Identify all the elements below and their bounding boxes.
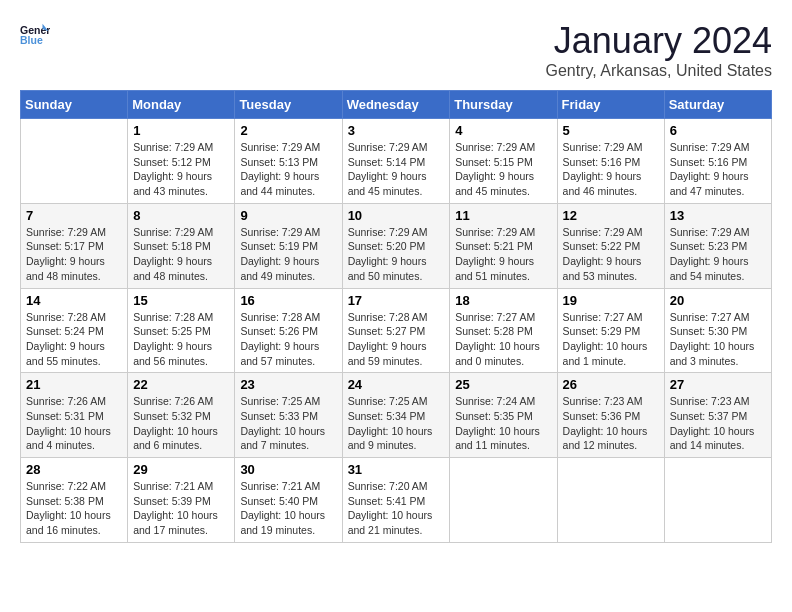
calendar-cell: 29Sunrise: 7:21 AM Sunset: 5:39 PM Dayli… — [128, 458, 235, 543]
week-row-2: 7Sunrise: 7:29 AM Sunset: 5:17 PM Daylig… — [21, 203, 772, 288]
weekday-header-saturday: Saturday — [664, 91, 771, 119]
calendar-cell: 17Sunrise: 7:28 AM Sunset: 5:27 PM Dayli… — [342, 288, 450, 373]
weekday-header-sunday: Sunday — [21, 91, 128, 119]
day-number: 6 — [670, 123, 766, 138]
day-number: 8 — [133, 208, 229, 223]
day-number: 10 — [348, 208, 445, 223]
day-number: 4 — [455, 123, 551, 138]
day-info: Sunrise: 7:28 AM Sunset: 5:24 PM Dayligh… — [26, 310, 122, 369]
day-number: 28 — [26, 462, 122, 477]
calendar-cell: 6Sunrise: 7:29 AM Sunset: 5:16 PM Daylig… — [664, 119, 771, 204]
day-number: 31 — [348, 462, 445, 477]
day-number: 13 — [670, 208, 766, 223]
day-number: 27 — [670, 377, 766, 392]
location-title: Gentry, Arkansas, United States — [546, 62, 772, 80]
day-info: Sunrise: 7:29 AM Sunset: 5:17 PM Dayligh… — [26, 225, 122, 284]
day-number: 18 — [455, 293, 551, 308]
day-number: 24 — [348, 377, 445, 392]
calendar-cell: 26Sunrise: 7:23 AM Sunset: 5:36 PM Dayli… — [557, 373, 664, 458]
calendar-cell: 9Sunrise: 7:29 AM Sunset: 5:19 PM Daylig… — [235, 203, 342, 288]
day-number: 25 — [455, 377, 551, 392]
day-number: 9 — [240, 208, 336, 223]
calendar: SundayMondayTuesdayWednesdayThursdayFrid… — [20, 90, 772, 543]
weekday-header-monday: Monday — [128, 91, 235, 119]
day-info: Sunrise: 7:29 AM Sunset: 5:16 PM Dayligh… — [670, 140, 766, 199]
day-info: Sunrise: 7:29 AM Sunset: 5:19 PM Dayligh… — [240, 225, 336, 284]
day-info: Sunrise: 7:28 AM Sunset: 5:25 PM Dayligh… — [133, 310, 229, 369]
day-number: 20 — [670, 293, 766, 308]
calendar-cell: 2Sunrise: 7:29 AM Sunset: 5:13 PM Daylig… — [235, 119, 342, 204]
day-info: Sunrise: 7:24 AM Sunset: 5:35 PM Dayligh… — [455, 394, 551, 453]
day-number: 19 — [563, 293, 659, 308]
week-row-4: 21Sunrise: 7:26 AM Sunset: 5:31 PM Dayli… — [21, 373, 772, 458]
calendar-cell: 22Sunrise: 7:26 AM Sunset: 5:32 PM Dayli… — [128, 373, 235, 458]
day-number: 3 — [348, 123, 445, 138]
header: General Blue January 2024 Gentry, Arkans… — [20, 20, 772, 80]
day-info: Sunrise: 7:23 AM Sunset: 5:36 PM Dayligh… — [563, 394, 659, 453]
calendar-cell: 7Sunrise: 7:29 AM Sunset: 5:17 PM Daylig… — [21, 203, 128, 288]
calendar-cell: 10Sunrise: 7:29 AM Sunset: 5:20 PM Dayli… — [342, 203, 450, 288]
day-info: Sunrise: 7:29 AM Sunset: 5:18 PM Dayligh… — [133, 225, 229, 284]
calendar-cell: 8Sunrise: 7:29 AM Sunset: 5:18 PM Daylig… — [128, 203, 235, 288]
day-info: Sunrise: 7:26 AM Sunset: 5:31 PM Dayligh… — [26, 394, 122, 453]
day-info: Sunrise: 7:28 AM Sunset: 5:26 PM Dayligh… — [240, 310, 336, 369]
day-number: 7 — [26, 208, 122, 223]
day-info: Sunrise: 7:29 AM Sunset: 5:15 PM Dayligh… — [455, 140, 551, 199]
day-info: Sunrise: 7:29 AM Sunset: 5:16 PM Dayligh… — [563, 140, 659, 199]
weekday-header-tuesday: Tuesday — [235, 91, 342, 119]
day-info: Sunrise: 7:27 AM Sunset: 5:29 PM Dayligh… — [563, 310, 659, 369]
day-number: 15 — [133, 293, 229, 308]
svg-text:Blue: Blue — [20, 34, 43, 46]
calendar-cell — [450, 458, 557, 543]
calendar-cell — [557, 458, 664, 543]
day-number: 22 — [133, 377, 229, 392]
calendar-cell: 28Sunrise: 7:22 AM Sunset: 5:38 PM Dayli… — [21, 458, 128, 543]
day-info: Sunrise: 7:25 AM Sunset: 5:33 PM Dayligh… — [240, 394, 336, 453]
calendar-cell: 11Sunrise: 7:29 AM Sunset: 5:21 PM Dayli… — [450, 203, 557, 288]
calendar-cell: 3Sunrise: 7:29 AM Sunset: 5:14 PM Daylig… — [342, 119, 450, 204]
day-info: Sunrise: 7:29 AM Sunset: 5:20 PM Dayligh… — [348, 225, 445, 284]
day-number: 11 — [455, 208, 551, 223]
calendar-cell: 18Sunrise: 7:27 AM Sunset: 5:28 PM Dayli… — [450, 288, 557, 373]
calendar-cell: 5Sunrise: 7:29 AM Sunset: 5:16 PM Daylig… — [557, 119, 664, 204]
calendar-cell: 24Sunrise: 7:25 AM Sunset: 5:34 PM Dayli… — [342, 373, 450, 458]
week-row-5: 28Sunrise: 7:22 AM Sunset: 5:38 PM Dayli… — [21, 458, 772, 543]
calendar-cell: 25Sunrise: 7:24 AM Sunset: 5:35 PM Dayli… — [450, 373, 557, 458]
week-row-3: 14Sunrise: 7:28 AM Sunset: 5:24 PM Dayli… — [21, 288, 772, 373]
day-number: 21 — [26, 377, 122, 392]
day-info: Sunrise: 7:29 AM Sunset: 5:14 PM Dayligh… — [348, 140, 445, 199]
day-info: Sunrise: 7:29 AM Sunset: 5:23 PM Dayligh… — [670, 225, 766, 284]
day-number: 14 — [26, 293, 122, 308]
calendar-cell: 30Sunrise: 7:21 AM Sunset: 5:40 PM Dayli… — [235, 458, 342, 543]
calendar-cell: 1Sunrise: 7:29 AM Sunset: 5:12 PM Daylig… — [128, 119, 235, 204]
day-info: Sunrise: 7:23 AM Sunset: 5:37 PM Dayligh… — [670, 394, 766, 453]
day-number: 29 — [133, 462, 229, 477]
day-info: Sunrise: 7:29 AM Sunset: 5:13 PM Dayligh… — [240, 140, 336, 199]
day-info: Sunrise: 7:27 AM Sunset: 5:30 PM Dayligh… — [670, 310, 766, 369]
day-info: Sunrise: 7:27 AM Sunset: 5:28 PM Dayligh… — [455, 310, 551, 369]
day-info: Sunrise: 7:26 AM Sunset: 5:32 PM Dayligh… — [133, 394, 229, 453]
calendar-cell: 16Sunrise: 7:28 AM Sunset: 5:26 PM Dayli… — [235, 288, 342, 373]
weekday-header-row: SundayMondayTuesdayWednesdayThursdayFrid… — [21, 91, 772, 119]
day-number: 26 — [563, 377, 659, 392]
title-area: January 2024 Gentry, Arkansas, United St… — [546, 20, 772, 80]
day-number: 17 — [348, 293, 445, 308]
weekday-header-wednesday: Wednesday — [342, 91, 450, 119]
calendar-cell: 31Sunrise: 7:20 AM Sunset: 5:41 PM Dayli… — [342, 458, 450, 543]
calendar-cell: 14Sunrise: 7:28 AM Sunset: 5:24 PM Dayli… — [21, 288, 128, 373]
week-row-1: 1Sunrise: 7:29 AM Sunset: 5:12 PM Daylig… — [21, 119, 772, 204]
weekday-header-friday: Friday — [557, 91, 664, 119]
day-info: Sunrise: 7:29 AM Sunset: 5:12 PM Dayligh… — [133, 140, 229, 199]
day-info: Sunrise: 7:20 AM Sunset: 5:41 PM Dayligh… — [348, 479, 445, 538]
day-info: Sunrise: 7:28 AM Sunset: 5:27 PM Dayligh… — [348, 310, 445, 369]
day-number: 2 — [240, 123, 336, 138]
calendar-cell: 21Sunrise: 7:26 AM Sunset: 5:31 PM Dayli… — [21, 373, 128, 458]
calendar-cell: 12Sunrise: 7:29 AM Sunset: 5:22 PM Dayli… — [557, 203, 664, 288]
day-number: 1 — [133, 123, 229, 138]
day-number: 5 — [563, 123, 659, 138]
calendar-cell: 27Sunrise: 7:23 AM Sunset: 5:37 PM Dayli… — [664, 373, 771, 458]
calendar-cell: 20Sunrise: 7:27 AM Sunset: 5:30 PM Dayli… — [664, 288, 771, 373]
calendar-cell: 23Sunrise: 7:25 AM Sunset: 5:33 PM Dayli… — [235, 373, 342, 458]
day-number: 16 — [240, 293, 336, 308]
logo-icon: General Blue — [20, 20, 50, 50]
